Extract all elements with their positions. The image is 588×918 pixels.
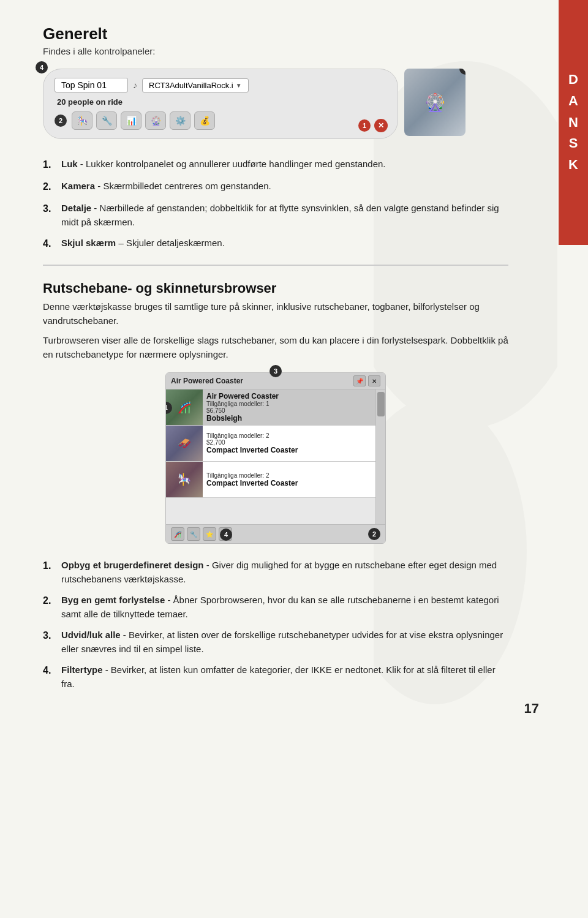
browser-box: Air Powered Coaster 📌 ✕ 1	[165, 372, 386, 544]
item3-sep: -	[91, 203, 99, 213]
page-number: 17	[524, 701, 539, 717]
item2-1-bold: Opbyg et brugerdefineret design	[61, 560, 204, 570]
item2-bold: Kamera	[61, 181, 95, 191]
browser-badge-4: 4	[220, 529, 232, 541]
side-tab: D A N S K	[559, 0, 588, 245]
list2-item-3: 3. Udvid/luk alle - Bevirker, at listen …	[43, 628, 508, 656]
item2-rest: Skærmbilledet centreres om genstanden.	[103, 181, 271, 191]
browser-list: 1 🎢 Air Powered Coaster Tillgängliga mod…	[166, 389, 375, 524]
item2-1-text: Opbyg et brugerdefineret design - Giver …	[61, 559, 508, 586]
browser-body: 1 🎢 Air Powered Coaster Tillgängliga mod…	[166, 389, 385, 524]
tab-letter-a: A	[568, 92, 578, 111]
ride-name-1: Air Powered Coaster	[206, 392, 279, 401]
item2-4-num: 4.	[43, 663, 61, 678]
ride-info-3: Tillgängliga modeller: 2 Compact Inverte…	[203, 462, 301, 497]
ride-thumb-3: 🎠	[166, 462, 203, 497]
cp-music-field: RCT3AdultVanillaRock.i ▼	[142, 78, 249, 92]
cp-icon-btn-1[interactable]: 🎠	[72, 111, 92, 130]
items-list-2: 1. Opbyg et brugerdefineret design - Giv…	[43, 559, 508, 691]
cp-riders-text: 20 people on ride	[55, 97, 386, 107]
close-icon[interactable]: ✕	[374, 119, 388, 132]
ride-sub-2: Compact Inverted Coaster	[206, 446, 298, 454]
browser-scrollbar[interactable]	[375, 389, 385, 524]
ride-avail-2: Tillgängliga modeller: 2	[206, 432, 298, 439]
control-panel-box: Top Spin 01 ♪ RCT3AdultVanillaRock.i ▼ 2…	[43, 69, 398, 139]
item2-2-sep: -	[165, 595, 173, 605]
item2-4-text: Filtertype - Bevirker, at listen kun omf…	[61, 663, 508, 691]
footer-icon-1[interactable]: 🎢	[171, 527, 184, 541]
item2-3-text: Udvid/luk alle - Bevirker, at listen ove…	[61, 628, 508, 656]
ride-price-1: $6,750	[206, 407, 279, 414]
item1-text: Luk - Lukker kontrolpanelet og annullere…	[61, 157, 386, 171]
browser-footer: 🎢 🔧 ⭐ 📋 2	[166, 524, 385, 543]
music-field-text: RCT3AdultVanillaRock.i	[149, 81, 233, 90]
footer-icon-3[interactable]: ⭐	[203, 527, 216, 541]
item2-4-rest: Bevirker, at listen kun omfatter de kate…	[61, 664, 496, 689]
list-item-1: 1. Luk - Lukker kontrolpanelet og annull…	[43, 157, 508, 172]
dropdown-arrow-icon: ▼	[236, 82, 242, 89]
tab-letter-k: K	[568, 156, 578, 175]
section1-subtitle: Findes i alle kontrolpaneler:	[43, 46, 508, 56]
tab-letter-s: S	[569, 134, 578, 153]
cp-icon-btn-2[interactable]: 🔧	[96, 111, 117, 130]
section-divider	[43, 265, 508, 266]
item4-num: 4.	[43, 236, 61, 251]
section2-title: Rutschebane- og skinnetursbrowser	[43, 280, 508, 296]
browser-screenshot-container: 3 Air Powered Coaster 📌 ✕	[165, 372, 386, 544]
badge-4: 4	[36, 61, 48, 73]
list-item-2: 2. Kamera - Skærmbilledet centreres om g…	[43, 179, 508, 194]
section2-desc1: Denne værktøjskasse bruges til samtlige …	[43, 300, 508, 328]
item4-bold: Skjul skærm	[61, 238, 116, 248]
cp-icons-row: 2 🎠 🔧 📊 🎡 ⚙️ 💰	[55, 111, 386, 130]
footer-icon-2[interactable]: 🔧	[187, 527, 200, 541]
item1-rest: Lukker kontrolpanelet og annullerer uudf…	[86, 159, 386, 169]
scrollbar-thumb	[377, 392, 385, 416]
badge-1-close: 1	[358, 119, 371, 132]
browser-list-item-3[interactable]: 🎠 Tillgängliga modeller: 2 Compact Inver…	[166, 462, 375, 498]
list2-item-1: 1. Opbyg et brugerdefineret design - Giv…	[43, 559, 508, 586]
item2-3-bold: Udvid/luk alle	[61, 630, 121, 640]
cp-top-row: Top Spin 01 ♪ RCT3AdultVanillaRock.i ▼	[55, 78, 386, 92]
ride-image: 🎡 3	[404, 69, 466, 136]
browser-title: Air Powered Coaster	[171, 377, 243, 385]
cp-icon-btn-3[interactable]: 📊	[121, 111, 141, 130]
badge-2: 2	[55, 115, 67, 127]
browser-pin-btn[interactable]: 📌	[353, 375, 366, 386]
section1-title: Generelt	[43, 24, 508, 43]
browser-badge-4-wrap: 4	[220, 529, 232, 541]
item2-2-text: Byg en gemt forlystelse - Åbner Sporbrow…	[61, 593, 508, 621]
item3-bold: Detalje	[61, 203, 91, 213]
cp-icon-btn-5[interactable]: ⚙️	[170, 111, 190, 130]
item1-sep: -	[78, 159, 86, 169]
section2-desc2: Turbrowseren viser alle de forskellige s…	[43, 334, 508, 361]
ride-info-1: Air Powered Coaster Tillgängliga modelle…	[203, 389, 282, 425]
ride-info-2: Tillgängliga modeller: 2 $2,700 Compact …	[203, 426, 301, 461]
browser-item-wrap-1: 1 🎢 Air Powered Coaster Tillgängliga mod…	[166, 389, 375, 426]
cp-name-field: Top Spin 01	[55, 78, 128, 92]
browser-list-item-1[interactable]: 🎢 Air Powered Coaster Tillgängliga model…	[166, 389, 375, 426]
ride-price-2: $2,700	[206, 439, 298, 446]
browser-titlebar-right: 📌 ✕	[353, 375, 380, 386]
cp-icon-btn-6[interactable]: 💰	[194, 111, 215, 130]
ride-avail-1: Tillgängliga modeller: 1	[206, 401, 279, 407]
item3-rest: Nærbillede af genstanden; dobbeltklik fo…	[61, 203, 499, 227]
control-panel-illustration: 4 Top Spin 01 ♪ RCT3AdultVanillaRock.i ▼…	[43, 69, 410, 139]
items-list-1: 1. Luk - Lukker kontrolpanelet og annull…	[43, 157, 508, 251]
item1-num: 1.	[43, 157, 61, 172]
ride-avail-3: Tillgängliga modeller: 2	[206, 472, 298, 479]
list-item-4: 4. Skjul skærm – Skjuler detaljeskærmen.	[43, 236, 508, 251]
browser-close-btn[interactable]: ✕	[368, 375, 380, 386]
cp-close-area: 1 ✕	[358, 119, 388, 132]
item2-1-sep: -	[204, 560, 212, 570]
browser-badge-2: 2	[368, 528, 380, 540]
item4-text: Skjul skærm – Skjuler detaljeskærmen.	[61, 236, 225, 250]
item1-bold: Luk	[61, 159, 78, 169]
cp-icon-btn-4[interactable]: 🎡	[145, 111, 166, 130]
item4-rest: Skjuler detaljeskærmen.	[126, 238, 225, 248]
browser-list-item-2[interactable]: 🛷 Tillgängliga modeller: 2 $2,700 Compac…	[166, 426, 375, 462]
item2-4-sep: -	[103, 664, 111, 675]
item3-text: Detalje - Nærbillede af genstanden; dobb…	[61, 201, 508, 229]
browser-titlebar-left: Air Powered Coaster	[171, 377, 243, 385]
item2-3-sep: -	[121, 630, 129, 640]
ride-thumb-2: 🛷	[166, 426, 203, 461]
